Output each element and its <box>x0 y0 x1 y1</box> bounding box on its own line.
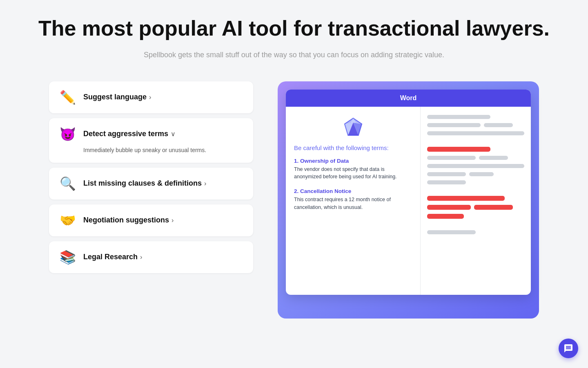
word-window: Word <box>286 90 531 295</box>
doc-line-group-4 <box>427 205 524 210</box>
word-titlebar: Word <box>286 90 531 107</box>
chat-icon <box>564 343 573 353</box>
doc-line-red-4 <box>474 205 513 210</box>
feature-card-negotiation[interactable]: 🤝 Negotiation suggestions › <box>49 204 253 236</box>
chat-button[interactable] <box>559 339 578 358</box>
page-header: The most popular AI tool for transaction… <box>33 16 555 61</box>
doc-line-8 <box>427 172 466 176</box>
feature-card-detect-aggressive[interactable]: 😈 Detect aggressive terms ∨ Immediately … <box>49 118 253 163</box>
negotiation-icon: 🤝 <box>59 213 77 228</box>
demo-panel: Word <box>278 81 539 319</box>
doc-line-11 <box>427 230 476 234</box>
negotiation-title: Negotiation suggestions › <box>83 216 174 224</box>
ai-pane: Be careful with the following terms: 1. … <box>286 107 421 295</box>
feature-card-suggest-language[interactable]: ✏️ Suggest language › <box>49 81 253 113</box>
page-wrapper: The most popular AI tool for transaction… <box>0 0 588 368</box>
doc-line-9 <box>469 172 494 176</box>
feature-list: ✏️ Suggest language › 😈 Detect aggressiv… <box>49 81 253 273</box>
suggest-language-title: Suggest language › <box>83 93 151 101</box>
list-missing-icon: 🔍 <box>59 176 77 191</box>
doc-line-group-1 <box>427 123 524 127</box>
page-title: The most popular AI tool for transaction… <box>33 16 555 41</box>
list-missing-arrow: › <box>204 180 206 187</box>
doc-line-1 <box>427 115 490 119</box>
diamond-svg-icon <box>343 117 363 137</box>
doc-line-3 <box>484 123 513 127</box>
legal-research-title: Legal Research › <box>83 253 142 261</box>
doc-line-red-1 <box>427 147 490 152</box>
diamond-icon-wrapper <box>294 117 412 139</box>
issue-1-title: 1. Ownership of Data <box>294 158 412 164</box>
ai-warning-text: Be careful with the following terms: <box>294 144 412 151</box>
doc-line-red-3 <box>427 205 471 210</box>
detect-aggressive-arrow: ∨ <box>171 130 176 138</box>
legal-research-arrow: › <box>140 254 142 261</box>
feature-card-header-negotiation: 🤝 Negotiation suggestions › <box>59 213 243 228</box>
feature-card-header-legal: 📚 Legal Research › <box>59 249 243 265</box>
suggest-language-arrow: › <box>149 94 151 101</box>
issue-item-1: 1. Ownership of Data The vendor does not… <box>294 158 412 181</box>
issue-2-title: 2. Cancellation Notice <box>294 188 412 194</box>
word-body: Be careful with the following terms: 1. … <box>286 107 531 295</box>
doc-pane <box>421 107 531 295</box>
negotiation-arrow: › <box>172 217 174 224</box>
issue-item-2: 2. Cancellation Notice This contract req… <box>294 188 412 211</box>
doc-line-6 <box>479 156 508 160</box>
main-content: ✏️ Suggest language › 😈 Detect aggressiv… <box>49 81 539 319</box>
doc-line-4 <box>427 131 524 135</box>
detect-aggressive-desc: Immediately bubble up sneaky or unusual … <box>83 146 243 155</box>
page-subtitle: Spellbook gets the small stuff out of th… <box>33 49 555 61</box>
doc-line-7 <box>427 164 524 168</box>
doc-line-group-3 <box>427 172 524 176</box>
feature-card-header: ✏️ Suggest language › <box>59 90 243 105</box>
list-missing-title: List missing clauses & definitions › <box>83 179 206 188</box>
doc-line-5 <box>427 156 476 160</box>
feature-card-header-missing: 🔍 List missing clauses & definitions › <box>59 176 243 191</box>
legal-research-icon: 📚 <box>59 249 77 265</box>
suggest-language-icon: ✏️ <box>59 90 77 105</box>
doc-line-red-2 <box>427 196 505 201</box>
feature-card-list-missing[interactable]: 🔍 List missing clauses & definitions › <box>49 168 253 200</box>
feature-card-header-detect: 😈 Detect aggressive terms ∨ <box>59 126 243 142</box>
detect-aggressive-title: Detect aggressive terms ∨ <box>83 130 176 138</box>
feature-card-legal-research[interactable]: 📚 Legal Research › <box>49 241 253 273</box>
doc-line-group-2 <box>427 156 524 160</box>
doc-line-2 <box>427 123 481 127</box>
doc-line-red-5 <box>427 214 464 219</box>
issue-2-desc: This contract requires a 12 month notice… <box>294 196 412 211</box>
doc-line-10 <box>427 180 466 184</box>
issue-1-desc: The vendor does not specify that data is… <box>294 166 412 181</box>
detect-aggressive-icon: 😈 <box>59 126 77 142</box>
